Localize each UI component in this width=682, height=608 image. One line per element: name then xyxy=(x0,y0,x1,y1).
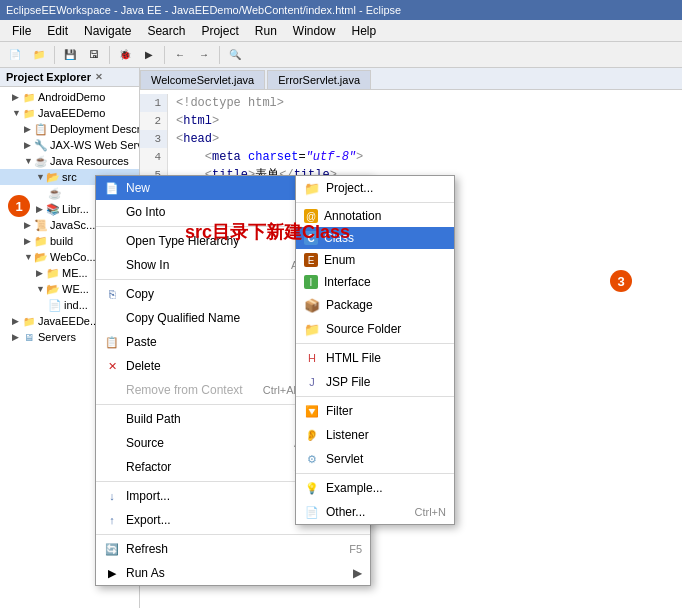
sm-item-class[interactable]: C Class xyxy=(296,227,454,249)
run-as-icon: ▶ xyxy=(104,565,120,581)
cm-label: Refactor xyxy=(126,460,275,474)
menu-file[interactable]: File xyxy=(4,22,39,40)
go-into-icon xyxy=(104,204,120,220)
sm-item-html-file[interactable]: H HTML File xyxy=(296,346,454,370)
export-icon: ↑ xyxy=(104,512,120,528)
tree-item-javaeedemo[interactable]: ▼ 📁 JavaEEDemo xyxy=(0,105,139,121)
sm-sep xyxy=(296,396,454,397)
toolbar-run[interactable]: ▶ xyxy=(138,44,160,66)
tree-label xyxy=(64,187,67,199)
arrow: ▶ xyxy=(24,124,34,134)
toolbar-debug[interactable]: 🐞 xyxy=(114,44,136,66)
menu-window[interactable]: Window xyxy=(285,22,344,40)
javares-icon: ☕ xyxy=(34,154,48,168)
tree-label: build xyxy=(50,235,73,247)
cm-label: Run As xyxy=(126,566,349,580)
cm-label: Paste xyxy=(126,335,311,349)
toolbar-save[interactable]: 💾 xyxy=(59,44,81,66)
tree-label: ind... xyxy=(64,299,88,311)
arrow: ▼ xyxy=(36,172,46,182)
sm-item-enum[interactable]: E Enum xyxy=(296,249,454,271)
cm-item-refresh[interactable]: 🔄 Refresh F5 xyxy=(96,537,370,561)
toolbar-sep-2 xyxy=(109,46,110,64)
file-icon: 📄 xyxy=(48,298,62,312)
tab-welcome-servlet[interactable]: WelcomeServlet.java xyxy=(140,70,265,89)
circle-1: 1 xyxy=(8,195,30,217)
sm-item-servlet[interactable]: ⚙ Servlet xyxy=(296,447,454,471)
tab-error-servlet[interactable]: ErrorServlet.java xyxy=(267,70,371,89)
tree-label: src xyxy=(62,171,77,183)
sm-item-other[interactable]: 📄 Other... Ctrl+N xyxy=(296,500,454,524)
project-icon: 📁 xyxy=(22,106,36,120)
sm-item-example[interactable]: 💡 Example... xyxy=(296,476,454,500)
cm-label: Delete xyxy=(126,359,310,373)
menu-search[interactable]: Search xyxy=(139,22,193,40)
sm-item-annotation[interactable]: @ Annotation xyxy=(296,205,454,227)
code-text: <meta charset="utf-8"> xyxy=(168,148,363,166)
cm-label: Show In xyxy=(126,258,271,272)
sm-label: Project... xyxy=(326,181,446,195)
sm-label: Servlet xyxy=(326,452,446,466)
tree-label: JAX-WS Web Services xyxy=(50,139,140,151)
menu-run[interactable]: Run xyxy=(247,22,285,40)
remove-context-icon xyxy=(104,382,120,398)
code-line-3: 3 <head> xyxy=(140,130,682,148)
menu-help[interactable]: Help xyxy=(344,22,385,40)
toolbar-back[interactable]: ← xyxy=(169,44,191,66)
toolbar-save-all[interactable]: 🖫 xyxy=(83,44,105,66)
tree-label: Libr... xyxy=(62,203,89,215)
toolbar-new[interactable]: 📄 xyxy=(4,44,26,66)
sm-label: Class xyxy=(324,231,446,245)
cm-item-run-as[interactable]: ▶ Run As ▶ xyxy=(96,561,370,585)
tree-label: AndroidDemo xyxy=(38,91,105,103)
sm-item-interface[interactable]: I Interface xyxy=(296,271,454,293)
annotation-icon: @ xyxy=(304,209,318,223)
arrow: ▶ xyxy=(24,220,34,230)
line-number: 4 xyxy=(140,148,168,166)
tree-item-deploy[interactable]: ▶ 📋 Deployment Descriptor: JavaEEDemo xyxy=(0,121,139,137)
menu-edit[interactable]: Edit xyxy=(39,22,76,40)
sm-item-package[interactable]: 📦 Package xyxy=(296,293,454,317)
submenu-arrow: ▶ xyxy=(353,566,362,580)
listener-icon: 👂 xyxy=(304,427,320,443)
arrow: ▶ xyxy=(24,236,34,246)
sm-label: Source Folder xyxy=(326,322,446,336)
sm-item-source-folder[interactable]: 📁 Source Folder xyxy=(296,317,454,341)
panel-header: Project Explorer ✕ xyxy=(0,68,139,87)
arrow: ▼ xyxy=(24,252,34,262)
sm-item-listener[interactable]: 👂 Listener xyxy=(296,423,454,447)
tree-label: JavaEEDe... xyxy=(38,315,99,327)
menu-navigate[interactable]: Navigate xyxy=(76,22,139,40)
cm-label: Copy xyxy=(126,287,311,301)
source-folder-icon: 📁 xyxy=(304,321,320,337)
source-icon xyxy=(104,435,120,451)
tab-label: ErrorServlet.java xyxy=(278,74,360,86)
code-text: <!doctype html> xyxy=(168,94,284,112)
sm-item-filter[interactable]: 🔽 Filter xyxy=(296,399,454,423)
tree-label: ME... xyxy=(62,267,88,279)
sm-item-project[interactable]: 📁 Project... xyxy=(296,176,454,200)
class-icon: C xyxy=(304,231,318,245)
arrow: ▶ xyxy=(36,204,46,214)
panel-title: Project Explorer xyxy=(6,71,91,83)
example-icon: 💡 xyxy=(304,480,320,496)
sm-item-jsp-file[interactable]: J JSP File xyxy=(296,370,454,394)
tree-label: Java Resources xyxy=(50,155,129,167)
code-line-2: 2 <html> xyxy=(140,112,682,130)
cm-label: Source xyxy=(126,436,274,450)
arrow: ▼ xyxy=(36,284,46,294)
toolbar: 📄 📁 💾 🖫 🐞 ▶ ← → 🔍 xyxy=(0,42,682,68)
copy-icon: ⎘ xyxy=(104,286,120,302)
sm-label: JSP File xyxy=(326,375,446,389)
toolbar-open[interactable]: 📁 xyxy=(28,44,50,66)
tree-item-android[interactable]: ▶ 📁 AndroidDemo xyxy=(0,89,139,105)
toolbar-search[interactable]: 🔍 xyxy=(224,44,246,66)
title-text: EclipseEEWorkspace - Java EE - JavaEEDem… xyxy=(6,4,401,16)
sm-sep xyxy=(296,473,454,474)
sm-label: Filter xyxy=(326,404,446,418)
lib-icon: 📚 xyxy=(46,202,60,216)
tree-item-javares[interactable]: ▼ ☕ Java Resources xyxy=(0,153,139,169)
tree-item-jaxws[interactable]: ▶ 🔧 JAX-WS Web Services xyxy=(0,137,139,153)
toolbar-forward[interactable]: → xyxy=(193,44,215,66)
menu-project[interactable]: Project xyxy=(193,22,246,40)
